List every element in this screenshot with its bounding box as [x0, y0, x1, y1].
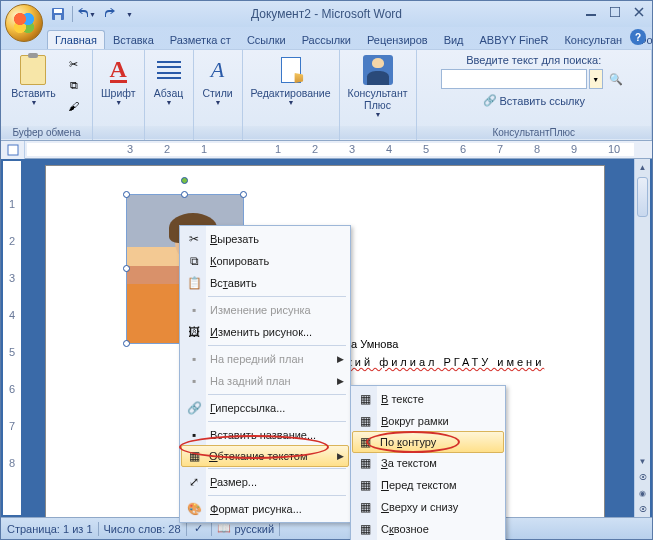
spellcheck-icon[interactable]: ✓ [192, 522, 206, 536]
group-clipboard: Вставить ▼ ✂ ⧉ 🖌 Буфер обмена [1, 50, 93, 140]
rotate-handle[interactable] [181, 177, 188, 184]
tab-ABBYY FineR[interactable]: ABBYY FineR [472, 30, 557, 49]
menu-item[interactable]: ⧉Копировать [182, 250, 348, 272]
ctx-icon: ⤢ [186, 474, 202, 490]
group-font: A Шрифт ▼ [93, 50, 145, 140]
title-bar: ▼ ▼ Документ2 - Microsoft Word [1, 1, 652, 27]
scroll-up[interactable]: ▲ [635, 159, 650, 175]
group-consultant-search: Введите текст для поиска: ▼ 🔍 🔗 Вставить… [417, 50, 653, 140]
tab-Разметка ст[interactable]: Разметка ст [162, 30, 239, 49]
app-window: ▼ ▼ Документ2 - Microsoft Word ГлавнаяВс… [0, 0, 653, 540]
prev-page-button[interactable]: ⦿ [635, 469, 650, 485]
tab-Вставка[interactable]: Вставка [105, 30, 162, 49]
qat-customize[interactable]: ▼ [120, 5, 138, 23]
menu-item[interactable]: ▦Перед текстом [353, 474, 503, 496]
group-label: КонсультантПлюс [417, 126, 652, 139]
menu-item[interactable]: ▦В тексте [353, 388, 503, 410]
redo-icon [101, 8, 115, 20]
paragraph-icon [153, 54, 185, 86]
tab-Рассылки[interactable]: Рассылки [294, 30, 359, 49]
group-label: Буфер обмена [1, 126, 92, 139]
font-icon: A [102, 54, 134, 86]
ruler-vertical[interactable]: 12345678 [3, 161, 21, 515]
group-editing: Редактирование ▼ [243, 50, 340, 140]
maximize-button[interactable] [606, 4, 624, 20]
ctx-icon: 🖼 [186, 324, 202, 340]
ctx-icon: ▪ [186, 373, 202, 389]
styles-button[interactable]: A Стили ▼ [198, 52, 238, 108]
svg-rect-3 [586, 14, 596, 16]
menu-item[interactable]: 🎨Формат рисунка... [182, 498, 348, 520]
menu-item[interactable]: 🔗Гиперссылка... [182, 397, 348, 419]
tab-Главная[interactable]: Главная [47, 30, 105, 49]
scroll-down[interactable]: ▼ [635, 453, 650, 469]
menu-item[interactable]: ▦Обтекание текстом▶ [181, 445, 349, 467]
menu-item[interactable]: ▦Вокруг рамки [353, 410, 503, 432]
tab-Ссылки[interactable]: Ссылки [239, 30, 294, 49]
separator [72, 6, 73, 22]
minimize-button[interactable] [582, 4, 600, 20]
tab-Рецензиров[interactable]: Рецензиров [359, 30, 436, 49]
menu-item: ▪Изменение рисунка [182, 299, 348, 321]
resize-handle[interactable] [123, 340, 130, 347]
status-page[interactable]: Страница: 1 из 1 [7, 523, 93, 535]
svg-rect-1 [54, 9, 62, 13]
editing-button[interactable]: Редактирование ▼ [247, 52, 335, 108]
format-painter-button[interactable]: 🖌 [64, 96, 84, 116]
wrap-icon: ▦ [357, 455, 373, 471]
chevron-down-icon: ▼ [115, 99, 122, 106]
chevron-down-icon: ▼ [375, 111, 382, 118]
tab-Консультан[interactable]: Консультан [556, 30, 630, 49]
search-input[interactable] [441, 69, 587, 89]
ctx-icon: 📋 [186, 275, 202, 291]
resize-handle[interactable] [240, 191, 247, 198]
copy-icon: ⧉ [70, 79, 78, 92]
insert-link-button[interactable]: 🔗 Вставить ссылку [483, 94, 585, 107]
next-page-button[interactable]: ⦿ [635, 501, 650, 517]
menu-item[interactable]: ▦По контуру [352, 431, 504, 453]
menu-item[interactable]: ▦Сверху и снизу [353, 496, 503, 518]
ctx-icon: ▪ [186, 351, 202, 367]
menu-item[interactable]: ▦Сквозное [353, 518, 503, 540]
redo-button[interactable] [99, 5, 117, 23]
cut-button[interactable]: ✂ [64, 54, 84, 74]
save-icon [51, 7, 65, 21]
resize-handle[interactable] [123, 191, 130, 198]
ctx-icon: ▪ [186, 427, 202, 443]
menu-item[interactable]: ▪Вставить название... [182, 424, 348, 446]
tab-Вид[interactable]: Вид [436, 30, 472, 49]
maximize-icon [610, 7, 620, 17]
close-button[interactable] [630, 4, 648, 20]
status-language[interactable]: русский [235, 523, 274, 535]
menu-item[interactable]: ▦За текстом [353, 452, 503, 474]
font-button[interactable]: A Шрифт ▼ [97, 52, 140, 108]
undo-button[interactable]: ▼ [78, 5, 96, 23]
menu-item[interactable]: ✂Вырезать [182, 228, 348, 250]
ruler-toggle[interactable] [1, 141, 25, 159]
save-button[interactable] [49, 5, 67, 23]
ruler-icon [7, 144, 19, 156]
wrap-icon: ▦ [357, 391, 373, 407]
resize-handle[interactable] [123, 265, 130, 272]
ribbon: Вставить ▼ ✂ ⧉ 🖌 Буфер обмена A Шрифт ▼ [1, 49, 652, 141]
submenu-arrow-icon: ▶ [337, 376, 344, 386]
help-button[interactable]: ? [630, 29, 646, 45]
close-icon [634, 7, 644, 17]
menu-item[interactable]: 🖼Изменить рисунок... [182, 321, 348, 343]
scroll-thumb[interactable] [637, 177, 648, 217]
consultant-button[interactable]: Консультант Плюс ▼ [344, 52, 412, 120]
vertical-scrollbar[interactable]: ▲ ▼ ⦿ ◉ ⦿ [634, 159, 650, 517]
search-dropdown[interactable]: ▼ [589, 69, 603, 89]
wrap-icon: ▦ [357, 499, 373, 515]
office-button[interactable] [5, 4, 43, 42]
menu-item[interactable]: 📋Вставить [182, 272, 348, 294]
browse-object-button[interactable]: ◉ [635, 485, 650, 501]
ribbon-tab-strip: ГлавнаяВставкаРазметка стСсылкиРассылкиР… [1, 27, 652, 49]
status-words[interactable]: Число слов: 28 [104, 523, 181, 535]
menu-item[interactable]: ⤢Размер... [182, 471, 348, 493]
copy-button[interactable]: ⧉ [64, 75, 84, 95]
paragraph-button[interactable]: Абзац ▼ [149, 52, 189, 108]
search-go-button[interactable]: 🔍 [605, 68, 627, 90]
resize-handle[interactable] [181, 191, 188, 198]
svg-rect-2 [55, 15, 61, 20]
